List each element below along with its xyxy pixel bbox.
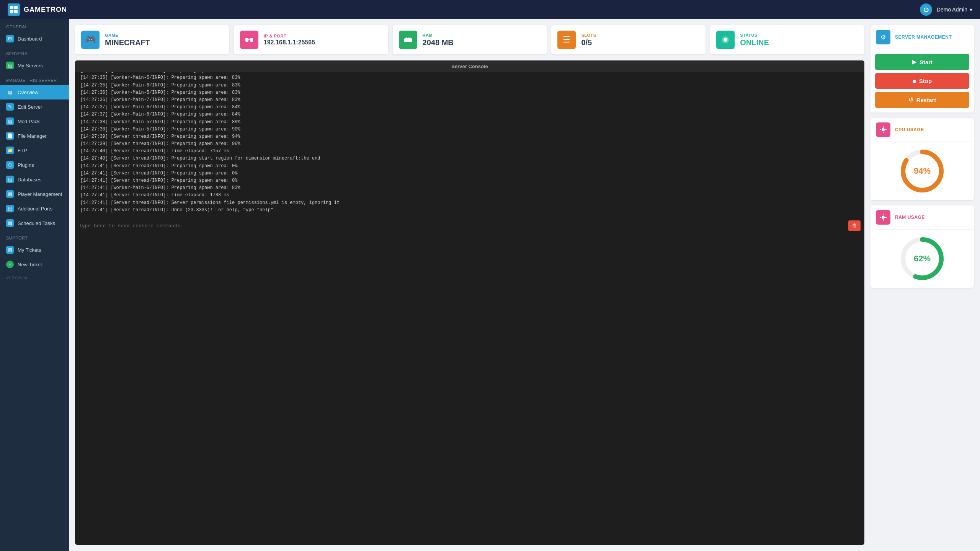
- slots-card-info: SLOTS 0/5: [581, 33, 699, 47]
- stop-label: Stop: [919, 78, 932, 84]
- server-management-buttons: ▶ Start ■ Stop ↺ Restart: [871, 49, 974, 112]
- sidebar-label-my-servers: My Servers: [18, 63, 43, 68]
- svg-rect-14: [883, 126, 884, 128]
- my-tickets-icon: ▤: [6, 246, 14, 254]
- console-clear-button[interactable]: 🗑: [848, 220, 861, 231]
- sidebar-item-databases[interactable]: ▤ Databases: [0, 172, 69, 187]
- sidebar-label-file-manager: File Manager: [18, 133, 47, 139]
- databases-icon: ▤: [6, 176, 14, 183]
- slots-card-icon: ☰: [557, 31, 576, 49]
- sidebar-item-my-tickets[interactable]: ▤ My Tickets: [0, 243, 69, 257]
- svg-rect-7: [404, 38, 412, 42]
- sidebar-item-plugins[interactable]: ⬡ Plugins: [0, 158, 69, 172]
- console-input[interactable]: [79, 223, 845, 229]
- sidebar-item-player-management[interactable]: ▤ Player Management: [0, 187, 69, 201]
- server-management-header: ⚙ SERVER MANAGEMENT: [871, 25, 974, 49]
- console-line: [14:27:35] [Worker-Main-5/INFO]: Prepari…: [80, 74, 859, 82]
- game-card-label: GAME: [105, 33, 223, 37]
- ram-usage-icon: [876, 210, 890, 225]
- card-ip-port: IP & PORT 192.168.1.1:25565: [234, 25, 388, 54]
- start-button[interactable]: ▶ Start: [875, 54, 969, 70]
- sidebar-item-overview[interactable]: ▤ Overview: [0, 85, 69, 99]
- edit-server-icon: ✎: [6, 103, 14, 111]
- console-line: [14:27:41] [Worker-Main-6/INFO]: Prepari…: [80, 184, 859, 192]
- sidebar-item-new-ticket[interactable]: + New Ticket: [0, 257, 69, 272]
- sidebar-item-edit-server[interactable]: ✎ Edit Server: [0, 99, 69, 114]
- my-servers-icon: ▤: [6, 62, 14, 69]
- svg-point-12: [724, 38, 727, 42]
- console-line: [14:27:37] [Worker-Main-6/INFO]: Prepari…: [80, 104, 859, 111]
- server-management-icon: ⚙: [876, 30, 890, 44]
- ram-usage-card: RAM USAGE 62%: [871, 205, 974, 288]
- svg-rect-17: [885, 129, 887, 130]
- svg-rect-9: [408, 37, 408, 38]
- svg-rect-8: [406, 37, 407, 38]
- sidebar-item-dashboard[interactable]: ⊞ Dashboard: [0, 31, 69, 46]
- scheduled-tasks-icon: ▤: [6, 219, 14, 227]
- plugins-icon: ⬡: [6, 161, 14, 169]
- info-cards-row: 🎮 GAME MINECRAFT IP: [75, 25, 864, 54]
- sidebar-item-mod-pack[interactable]: ▤ Mod Pack: [0, 114, 69, 129]
- sidebar-label-player-management: Player Management: [18, 191, 62, 197]
- svg-point-13: [882, 128, 885, 131]
- user-menu-button[interactable]: Demo Admin ▾: [937, 7, 972, 13]
- ram-usage-label: RAM USAGE: [895, 215, 925, 220]
- svg-rect-24: [885, 217, 887, 218]
- svg-rect-5: [250, 38, 253, 42]
- ram-donut-chart: 62%: [899, 236, 945, 282]
- status-card-info: STATUS ONLINE: [740, 33, 858, 47]
- svg-rect-2: [10, 10, 13, 13]
- restart-label: Restart: [916, 97, 936, 103]
- sidebar-item-scheduled-tasks[interactable]: ▤ Scheduled Tasks: [0, 216, 69, 230]
- sidebar-label-dashboard: Dashboard: [18, 36, 42, 42]
- console-line: [14:27:41] [Server thread/INFO]: Time el…: [80, 192, 859, 199]
- ftp-icon: 📁: [6, 147, 14, 154]
- mod-pack-icon: ▤: [6, 117, 14, 125]
- sidebar: General ⊞ Dashboard Servers ▤ My Servers…: [0, 19, 69, 551]
- cpu-usage-label: CPU USAGE: [895, 127, 924, 132]
- sidebar-item-additional-ports[interactable]: ▤ Additional Ports: [0, 201, 69, 216]
- ram-card-info: RAM 2048 MB: [423, 33, 541, 47]
- sidebar-section-support: Support: [0, 230, 69, 243]
- ram-usage-header: RAM USAGE: [871, 205, 974, 230]
- status-card-label: STATUS: [740, 33, 858, 37]
- overview-icon: ▤: [6, 88, 14, 96]
- version-text: v3.2.0-beta: [0, 272, 69, 284]
- ram-card-value: 2048 MB: [423, 38, 541, 47]
- ip-card-icon: [240, 31, 258, 49]
- console-line: [14:27:41] [Server thread/INFO]: Prepari…: [80, 177, 859, 184]
- console-line: [14:27:38] [Worker-Main-5/INFO]: Prepari…: [80, 126, 859, 133]
- card-ram: RAM 2048 MB: [393, 25, 547, 54]
- svg-rect-16: [880, 129, 881, 130]
- ram-card-label: RAM: [423, 33, 541, 37]
- cpu-chart-area: 94%: [871, 142, 974, 200]
- stop-button[interactable]: ■ Stop: [875, 73, 969, 89]
- sidebar-label-scheduled-tasks: Scheduled Tasks: [18, 220, 55, 226]
- svg-point-20: [882, 216, 885, 219]
- console-line: [14:27:40] [Server thread/INFO]: Prepari…: [80, 155, 859, 162]
- console-line: [14:27:41] [Server thread/INFO]: Done (2…: [80, 207, 859, 214]
- card-game: 🎮 GAME MINECRAFT: [75, 25, 229, 54]
- console-line: [14:27:39] [Server thread/INFO]: Prepari…: [80, 133, 859, 140]
- ram-card-icon: [399, 31, 417, 49]
- console-line: [14:27:36] [Worker-Main-5/INFO]: Prepari…: [80, 89, 859, 96]
- restart-button[interactable]: ↺ Restart: [875, 92, 969, 108]
- card-status: STATUS ONLINE: [710, 25, 864, 54]
- content-main: 🎮 GAME MINECRAFT IP: [75, 25, 864, 545]
- card-slots: ☰ SLOTS 0/5: [551, 25, 706, 54]
- console-line: [14:27:39] [Server thread/INFO]: Prepari…: [80, 140, 859, 148]
- status-card-icon: [716, 31, 735, 49]
- sidebar-section-general: General: [0, 19, 69, 31]
- play-icon: ▶: [912, 59, 916, 65]
- ip-card-label: IP & PORT: [264, 34, 382, 38]
- sidebar-item-ftp[interactable]: 📁 FTP: [0, 143, 69, 158]
- sidebar-section-manage: Manage This Server: [0, 73, 69, 85]
- status-card-value: ONLINE: [740, 38, 858, 47]
- file-manager-icon: 📄: [6, 132, 14, 140]
- sidebar-item-file-manager[interactable]: 📄 File Manager: [0, 129, 69, 143]
- sidebar-item-my-servers[interactable]: ▤ My Servers: [0, 58, 69, 73]
- logo: GAMETRON: [8, 3, 67, 16]
- power-button[interactable]: ⏻: [920, 3, 932, 16]
- sidebar-section-servers: Servers: [0, 46, 69, 58]
- svg-rect-3: [14, 10, 18, 13]
